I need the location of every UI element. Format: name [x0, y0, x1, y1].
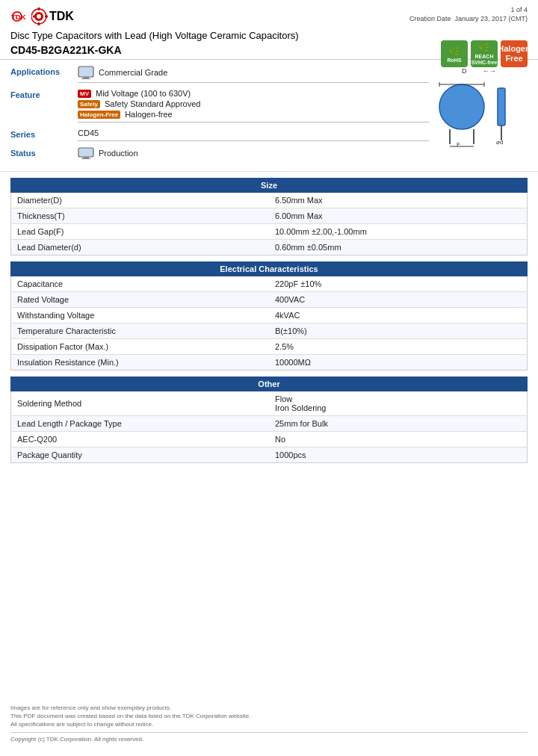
row-value: 25mm for Bulk [269, 416, 528, 432]
status-value: Production [99, 149, 138, 158]
table-row: Package Quantity 1000pcs [11, 447, 528, 463]
row-value: 400VAC [269, 292, 528, 308]
svg-rect-13 [81, 78, 90, 79]
svg-text:←→: ←→ [483, 67, 496, 75]
table-row: Temperature Characteristic B(±10%) [11, 323, 528, 339]
svg-text:TDK: TDK [49, 10, 74, 22]
row-value: 10.00mm ±2.00,-1.00mm [269, 224, 528, 240]
svg-rect-16 [81, 158, 90, 159]
row-label: Thickness(T) [11, 208, 270, 224]
row-value: No [269, 432, 528, 447]
table-row: Thickness(T) 6.00mm Max [11, 208, 528, 224]
footer: Images are for reference only and show e… [10, 704, 528, 743]
size-section-header: Size [10, 178, 528, 193]
svg-point-19 [439, 84, 484, 129]
feature-mv-text: Mid Voltage (100 to 630V) [96, 89, 191, 98]
page-number: 1 of 4 [409, 6, 528, 13]
svg-rect-9 [45, 16, 48, 18]
other-section: Other Soldering Method FlowIron Solderin… [10, 377, 528, 463]
table-row: AEC-Q200 No [11, 432, 528, 447]
svg-rect-7 [38, 22, 40, 25]
table-row: Diameter(D) 6.50mm Max [11, 193, 528, 208]
feature-safety-text: Safety Standard Approved [105, 99, 200, 108]
electrical-section: Electrical Characteristics Capacitance 2… [10, 261, 528, 371]
row-label: Rated Voltage [11, 292, 270, 308]
page-info-area: 1 of 4 Creation Date January 23, 2017 (C… [409, 6, 528, 22]
creation-label: Creation Date [409, 15, 451, 22]
svg-rect-24 [498, 88, 505, 126]
size-section: Size Diameter(D) 6.50mm Max Thickness(T)… [10, 178, 528, 255]
row-label: Withstanding Voltage [11, 308, 270, 323]
status-content: Production [78, 147, 528, 159]
creation-date: Creation Date January 23, 2017 (CMT) [409, 15, 528, 22]
row-value: 10000MΩ [269, 355, 528, 371]
row-value: 6.50mm Max [269, 193, 528, 208]
electrical-table: Capacitance 220pF ±10% Rated Voltage 400… [10, 276, 528, 371]
series-value: CD45 [78, 128, 99, 137]
other-table: Soldering Method FlowIron Soldering Lead… [10, 391, 528, 463]
row-value: 6.00mm Max [269, 208, 528, 224]
row-label: Package Quantity [11, 447, 270, 463]
feature-halogen-text: Halogen-free [125, 110, 173, 119]
table-row: Lead Length / Package Type 25mm for Bulk [11, 416, 528, 432]
row-value: FlowIron Soldering [269, 391, 528, 416]
divider [78, 82, 429, 83]
svg-text:⌀d: ⌀d [496, 139, 503, 146]
row-label: Soldering Method [11, 391, 270, 416]
creation-date-value: January 23, 2017 (CMT) [454, 15, 528, 22]
status-row: Status Production [10, 147, 528, 161]
row-value: B(±10%) [269, 323, 528, 339]
safety-badge: Safety [78, 100, 100, 108]
product-title: Disc Type Capacitors with Lead (High Vol… [10, 30, 528, 41]
svg-rect-6 [38, 7, 40, 10]
row-label: Dissipation Factor (Max.) [11, 339, 270, 355]
other-section-header: Other [10, 377, 528, 391]
table-row: Insulation Resistance (Min.) 10000MΩ [11, 355, 528, 371]
copyright: Copyright (c) TDK Corporation. All right… [10, 732, 528, 743]
images-note: Images are for reference only and show e… [10, 704, 528, 711]
svg-text:Bottom view: Bottom view [430, 147, 460, 148]
info-section: Applications Commercial Grade Feature MV [0, 60, 538, 172]
svg-rect-12 [83, 77, 89, 78]
status-monitor-icon [78, 147, 94, 159]
size-table: Diameter(D) 6.50mm Max Thickness(T) 6.00… [10, 193, 528, 255]
monitor-icon [78, 66, 94, 79]
tdk-wordmark: TDK [31, 6, 76, 27]
table-row: Dissipation Factor (Max.) 2.5% [11, 339, 528, 355]
table-row: Capacitance 220pF ±10% [11, 276, 528, 292]
page: TDK TDK 1 of 4 Creation [0, 0, 538, 756]
row-label: Temperature Characteristic [11, 323, 270, 339]
svg-text:TDK: TDK [11, 13, 26, 21]
svg-rect-8 [33, 16, 36, 18]
halogen-free-badge: Halogen-Free [78, 111, 120, 119]
row-value: 1000pcs [269, 447, 528, 463]
row-label: Lead Length / Package Type [11, 416, 270, 432]
table-row: Withstanding Voltage 4kVAC [11, 308, 528, 323]
tdk-logo-icon: TDK [10, 6, 31, 27]
row-label: Diameter(D) [11, 193, 270, 208]
table-row: Lead Gap(F) 10.00mm ±2.00,-1.00mm [11, 224, 528, 240]
capacitor-diagram: D ←→ F ⌀d [408, 66, 528, 148]
row-value: 220pF ±10% [269, 276, 528, 292]
divider2 [78, 122, 429, 123]
row-value: 2.5% [269, 339, 528, 355]
header: TDK TDK 1 of 4 Creation [0, 0, 538, 60]
electrical-section-header: Electrical Characteristics [10, 261, 528, 276]
svg-rect-14 [78, 148, 93, 157]
series-label: Series [10, 128, 78, 139]
table-row: Soldering Method FlowIron Soldering [11, 391, 528, 416]
feature-label: Feature [10, 89, 78, 99]
logo-area: TDK TDK [10, 6, 76, 27]
divider3 [78, 140, 429, 141]
row-value: 4kVAC [269, 308, 528, 323]
pdf-note: This PDF document was created based on t… [10, 713, 528, 719]
applications-label: Applications [10, 66, 78, 76]
svg-rect-11 [78, 66, 93, 77]
table-row: Rated Voltage 400VAC [11, 292, 528, 308]
table-row: Lead Diameter(d) 0.60mm ±0.05mm [11, 240, 528, 255]
row-label: Capacitance [11, 276, 270, 292]
applications-value: Commercial Grade [99, 68, 167, 77]
row-label: Insulation Resistance (Min.) [11, 355, 270, 371]
svg-rect-15 [83, 157, 89, 158]
status-label: Status [10, 147, 78, 158]
